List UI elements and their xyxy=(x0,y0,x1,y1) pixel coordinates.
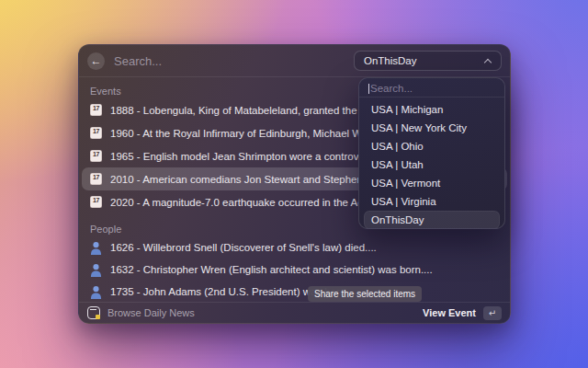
dropdown-option[interactable]: OnThisDay xyxy=(364,211,500,229)
result-row[interactable]: 1626 - Willebrord Snell (Discoverer of S… xyxy=(82,236,507,259)
dropdown-search-input[interactable]: Search... xyxy=(359,78,504,98)
footer-left[interactable]: Browse Daily News xyxy=(87,306,195,319)
dropdown-option[interactable]: USA | Utah xyxy=(364,155,500,174)
share-tooltip: Share the selected items xyxy=(308,286,422,302)
text-caret xyxy=(368,84,369,94)
result-row[interactable]: 1735 - John Adams (2nd U.S. President) w… xyxy=(82,281,507,302)
dropdown-option[interactable]: USA | Ohio xyxy=(364,137,500,155)
footer-right[interactable]: View Event ↵ xyxy=(423,306,502,320)
search-input[interactable]: Search... xyxy=(114,54,345,68)
dropdown-option[interactable]: USA | Virginia xyxy=(364,192,500,211)
dropdown-option[interactable]: USA | Vermont xyxy=(364,174,500,192)
launcher-window: ← Search... OnThisDay Events 17 1888 - L… xyxy=(78,44,511,324)
daily-news-app-icon xyxy=(87,306,100,319)
result-row[interactable]: 1632 - Christopher Wren (English archite… xyxy=(82,259,507,281)
calendar-icon: 17 xyxy=(90,150,102,162)
category-dropdown-button[interactable]: OnThisDay xyxy=(354,51,502,71)
desktop-background: ← Search... OnThisDay Events 17 1888 - L… xyxy=(0,0,588,368)
calendar-icon: 17 xyxy=(90,127,102,139)
result-row-label: 1632 - Christopher Wren (English archite… xyxy=(110,264,433,275)
dropdown-search-placeholder: Search... xyxy=(370,83,413,94)
calendar-icon: 17 xyxy=(90,173,102,185)
search-bar: ← Search... OnThisDay xyxy=(79,45,510,77)
category-dropdown-panel: Search... USA | MichiganUSA | New York C… xyxy=(358,77,505,229)
person-icon xyxy=(90,263,102,277)
return-key-icon: ↵ xyxy=(483,306,502,320)
calendar-icon: 17 xyxy=(90,104,102,116)
dropdown-options-list: USA | MichiganUSA | New York CityUSA | O… xyxy=(359,98,504,229)
calendar-icon: 17 xyxy=(90,196,102,208)
back-button[interactable]: ← xyxy=(87,52,105,70)
footer-bar: Browse Daily News View Event ↵ xyxy=(79,302,510,323)
browse-daily-news-label: Browse Daily News xyxy=(107,307,195,318)
dropdown-option[interactable]: USA | Michigan xyxy=(364,100,500,119)
result-row-label: 1626 - Willebrord Snell (Discoverer of S… xyxy=(110,242,377,253)
view-event-button[interactable]: View Event xyxy=(423,307,476,318)
category-dropdown-value: OnThisDay xyxy=(364,55,417,66)
chevron-up-icon xyxy=(485,58,492,64)
dropdown-option[interactable]: USA | New York City xyxy=(364,119,500,137)
person-icon xyxy=(90,285,102,299)
person-icon xyxy=(90,241,102,255)
